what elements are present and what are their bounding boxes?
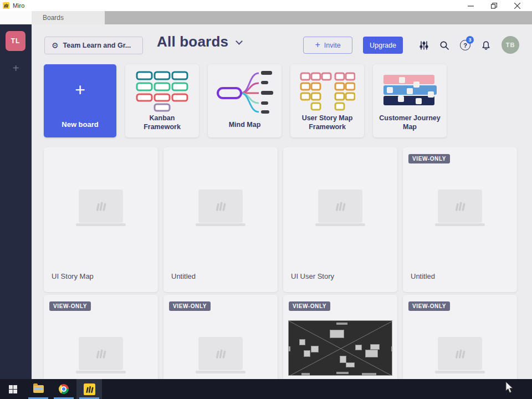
window-title: Miro [13,2,24,9]
add-team-button[interactable]: + [0,60,32,76]
team-avatar[interactable]: TL [6,31,25,51]
team-sidebar: TL + [0,24,32,379]
page-title: All boards [157,33,228,50]
board-card[interactable]: VIEW-ONLY Untitled [403,147,517,292]
template-customer-journey-map[interactable]: Customer Journey Map [373,64,447,137]
view-only-badge: VIEW-ONLY [169,301,211,311]
board-card[interactable]: UI Story Map [44,147,158,292]
notification-count-badge: 3 [466,36,474,44]
template-kanban-framework[interactable]: Kanban Framework [125,64,199,137]
board-card[interactable]: VIEW-ONLY [163,295,278,379]
board-placeholder-laptop-icon [79,337,123,370]
view-only-badge: VIEW-ONLY [289,301,330,311]
close-button[interactable] [505,0,529,11]
start-button[interactable] [0,379,25,399]
page-title-dropdown[interactable]: All boards [157,33,242,50]
user-story-map-illustration-icon [290,64,364,113]
file-explorer-icon [33,385,44,393]
customer-journey-illustration-icon [373,64,447,113]
user-avatar[interactable]: TB [502,36,519,54]
windows-taskbar [0,379,532,399]
view-only-badge: VIEW-ONLY [408,301,450,311]
board-card[interactable]: UI User Story [283,147,397,292]
tab-bar: Boards [0,11,532,24]
view-only-badge: VIEW-ONLY [49,301,91,311]
gear-icon: ⚙ [52,42,59,49]
taskbar-chrome[interactable] [51,379,76,399]
board-title: Untitled [171,272,196,280]
bell-icon[interactable] [481,40,491,50]
mouse-cursor [505,382,514,393]
board-placeholder-laptop-icon [79,190,123,223]
restore-button[interactable] [482,0,505,11]
plus-icon: + [44,80,116,100]
board-card[interactable]: VIEW-ONLY [44,295,158,379]
template-mind-map[interactable]: Mind Map [208,64,282,137]
filter-sliders-icon[interactable] [419,40,429,50]
board-title: UI User Story [291,272,334,280]
search-icon[interactable] [439,40,449,50]
board-title: UI Story Map [52,272,94,280]
new-board-button[interactable]: + New board [44,64,116,137]
chevron-down-icon [236,38,243,45]
title-bar: Miro [0,0,532,11]
mindmap-illustration-icon [208,64,282,115]
template-user-story-map[interactable]: User Story Map Framework [290,64,364,137]
board-thumbnail-preview [288,320,392,376]
board-placeholder-laptop-icon [198,337,243,370]
invite-button[interactable]: + Invite [303,37,352,54]
windows-start-icon [9,385,17,393]
dashboard-main: ⚙ Team Learn and Gr... All boards + Invi… [32,24,532,379]
board-placeholder-laptop-icon [438,337,482,370]
tab-boards[interactable]: Boards [32,11,105,24]
plus-icon: + [315,40,320,50]
taskbar-file-explorer[interactable] [25,379,51,399]
help-button[interactable]: ? 3 [460,40,471,51]
taskbar-miro[interactable] [76,379,102,399]
template-row: + New board Kanban Framework [44,64,447,137]
chrome-icon [59,384,69,394]
board-card[interactable]: Untitled [163,147,278,292]
board-card[interactable]: VIEW-ONLY [403,295,517,379]
team-switcher-button[interactable]: ⚙ Team Learn and Gr... [44,37,143,54]
view-only-badge: VIEW-ONLY [408,154,450,163]
kanban-illustration-icon [125,64,199,113]
board-placeholder-laptop-icon [438,190,482,223]
board-placeholder-laptop-icon [198,190,243,223]
minimize-button[interactable] [459,0,482,11]
tab-bar-spacer [0,11,32,24]
board-placeholder-laptop-icon [318,190,362,223]
miro-logo-icon [3,2,9,9]
upgrade-button[interactable]: Upgrade [363,37,403,54]
board-card[interactable]: VIEW-ONLY [283,295,397,379]
miro-icon [84,383,95,395]
board-title: Untitled [411,272,435,280]
